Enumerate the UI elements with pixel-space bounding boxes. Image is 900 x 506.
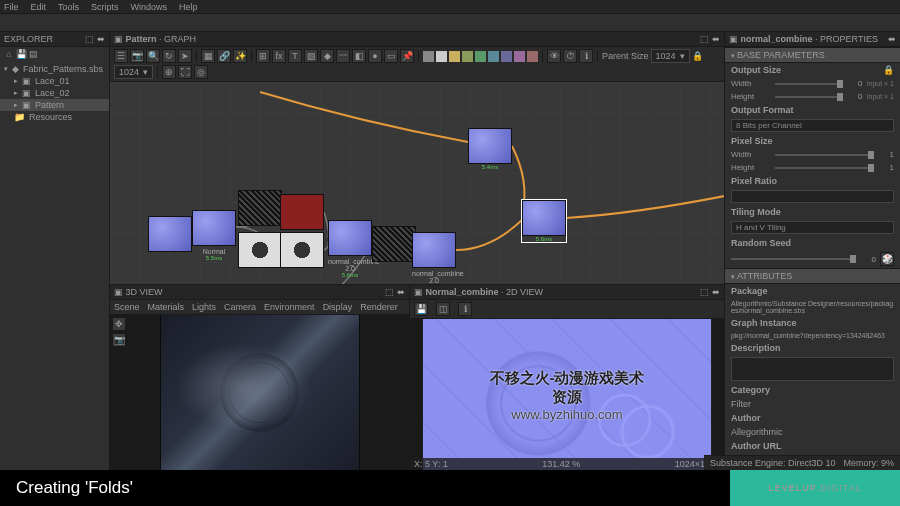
arrow-icon[interactable]: ➤ [178, 49, 192, 63]
highlight-icon[interactable]: ✨ [233, 49, 247, 63]
pin2-icon[interactable]: 📌 [400, 49, 414, 63]
color-olive[interactable] [462, 51, 473, 62]
color-purple[interactable] [514, 51, 525, 62]
save-icon[interactable]: 💾 [414, 302, 428, 316]
section-attributes[interactable]: ▾ ATTRIBUTES [725, 268, 900, 284]
seed-slider[interactable] [731, 258, 856, 260]
color-yellow[interactable] [449, 51, 460, 62]
search-icon[interactable]: 🔍 [146, 49, 160, 63]
graph-node[interactable]: normal_combine 2.05.4ms [412, 232, 456, 284]
info-icon[interactable]: ℹ [458, 302, 472, 316]
material-icon[interactable]: ● [368, 49, 382, 63]
pin-icon[interactable]: ⬚ ⬌ [85, 34, 105, 44]
fx-icon[interactable]: fx [272, 49, 286, 63]
tab-display[interactable]: Display [323, 302, 353, 312]
menu-scripts[interactable]: Scripts [91, 2, 119, 12]
tree-item-resources[interactable]: 📁Resources [0, 111, 109, 123]
color-teal[interactable] [488, 51, 499, 62]
graph-node[interactable]: normal_combine 2.05.6ms [328, 220, 372, 278]
output-format-input[interactable] [731, 119, 894, 132]
graph-node[interactable] [372, 226, 416, 262]
height-slider[interactable] [775, 96, 843, 98]
curve-icon[interactable]: 〰 [336, 49, 350, 63]
3d-view-canvas[interactable]: ✥ 📷 [110, 315, 409, 470]
prop-label: Author [731, 413, 761, 423]
parent-width-combo[interactable]: 1024▾ [651, 49, 690, 63]
split-icon[interactable]: ◫ [436, 302, 450, 316]
menu-file[interactable]: File [4, 2, 19, 12]
grid-icon[interactable]: ▦ [201, 49, 215, 63]
lock-icon[interactable]: 🔒 [883, 65, 894, 75]
graph-canvas[interactable]: Normal5.5ms No Source normal_combine 2.0… [110, 82, 724, 284]
text-icon[interactable]: T [288, 49, 302, 63]
main-toolbar [0, 14, 900, 32]
info-icon[interactable]: ℹ [579, 49, 593, 63]
timer-icon[interactable]: ⏱ [563, 49, 577, 63]
pixel-ratio-input[interactable] [731, 190, 894, 203]
menu-windows[interactable]: Windows [131, 2, 168, 12]
color-blue[interactable] [501, 51, 512, 62]
tab-renderer[interactable]: Renderer [360, 302, 398, 312]
tree-item-lace02[interactable]: ▸▣Lace_02 [0, 87, 109, 99]
section-base-params[interactable]: ▾ BASE PARAMETERS [725, 47, 900, 63]
lock-icon[interactable]: 🔒 [692, 51, 703, 61]
cube-icon: ▣ [114, 287, 126, 297]
pin-icon[interactable]: ⬚ ⬌ [700, 287, 720, 297]
menu-help[interactable]: Help [179, 2, 198, 12]
graph-node[interactable]: 5.4ms [468, 128, 512, 170]
properties-panel: ▣ normal_combine · PROPERTIES ⬌ ▾ BASE P… [724, 32, 900, 470]
color-white[interactable] [436, 51, 447, 62]
menu-edit[interactable]: Edit [31, 2, 47, 12]
reset-zoom-icon[interactable]: ⊕ [162, 65, 176, 79]
tree-item-pattern[interactable]: ▸▣Pattern [0, 99, 109, 111]
graph-node[interactable] [148, 216, 192, 252]
open-icon[interactable]: ▤ [28, 49, 38, 59]
fit-icon[interactable]: ⛶ [178, 65, 192, 79]
tree-item-lace01[interactable]: ▸▣Lace_01 [0, 75, 109, 87]
prop-label: Pixel Ratio [731, 176, 777, 186]
tab-lights[interactable]: Lights [192, 302, 216, 312]
space-icon[interactable]: ☰ [114, 49, 128, 63]
pixel-width-slider[interactable] [775, 154, 874, 156]
pin-icon[interactable]: ⬚ ⬌ [385, 287, 405, 297]
2d-view-canvas[interactable]: 不移之火-动漫游戏美术资源 www.byzhihuo.com X: 5 Y: 1… [410, 319, 724, 470]
color-red[interactable] [527, 51, 538, 62]
dice-icon[interactable]: 🎲 [880, 252, 894, 266]
home-icon[interactable]: ⌂ [4, 49, 14, 59]
graph-node[interactable] [238, 232, 282, 268]
pin-icon[interactable]: ⬌ [888, 34, 896, 44]
bitmap-icon[interactable]: ▨ [304, 49, 318, 63]
tab-scene[interactable]: Scene [114, 302, 140, 312]
brand-badge: LEVELUP.DIGITAL [730, 470, 900, 506]
parent-height-combo[interactable]: 1024▾ [114, 65, 153, 79]
width-slider[interactable] [775, 83, 843, 85]
gizmo-icon[interactable]: ✥ [112, 317, 126, 331]
tiling-input[interactable] [731, 221, 894, 234]
camera-icon[interactable]: 📷 [112, 333, 126, 347]
tree-root[interactable]: ▾◆Fabric_Patterns.sbs [0, 63, 109, 75]
center-icon[interactable]: ◎ [194, 65, 208, 79]
menu-tools[interactable]: Tools [58, 2, 79, 12]
tab-camera[interactable]: Camera [224, 302, 256, 312]
atomic-icon[interactable]: ⊞ [256, 49, 270, 63]
view-icon[interactable]: 👁 [547, 49, 561, 63]
graph-node[interactable] [238, 190, 282, 226]
graph-node[interactable]: Normal5.5ms [192, 210, 236, 261]
description-input[interactable] [731, 357, 894, 381]
refresh-icon[interactable]: ↻ [162, 49, 176, 63]
pin-icon[interactable]: ⬚ ⬌ [700, 34, 720, 44]
color-gray[interactable] [423, 51, 434, 62]
svg-icon[interactable]: ◆ [320, 49, 334, 63]
frame-icon[interactable]: ▭ [384, 49, 398, 63]
save-icon[interactable]: 💾 [16, 49, 26, 59]
camera-icon[interactable]: 📷 [130, 49, 144, 63]
tree-label: Resources [29, 112, 72, 122]
tab-environment[interactable]: Environment [264, 302, 315, 312]
tab-materials[interactable]: Materials [148, 302, 185, 312]
color-green[interactable] [475, 51, 486, 62]
gradient-icon[interactable]: ◧ [352, 49, 366, 63]
pixel-height-slider[interactable] [775, 167, 874, 169]
link-icon[interactable]: 🔗 [217, 49, 231, 63]
graph-node[interactable] [280, 232, 324, 268]
graph-node-selected[interactable]: 5.6ms [522, 200, 566, 242]
